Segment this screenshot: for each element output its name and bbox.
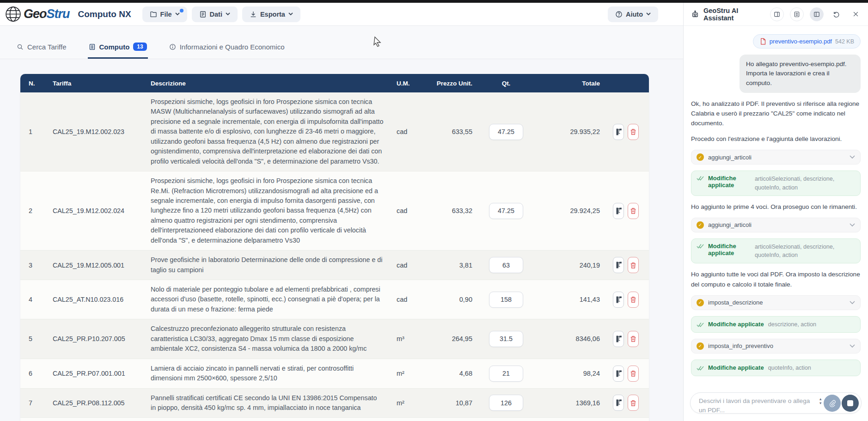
col-tariffa: Tariffa [44,80,142,87]
measure-button[interactable] [613,124,624,140]
tab-label: Computo [99,43,130,51]
measure-button[interactable] [613,203,624,219]
row-tariffa: CAL25_PR.P10.207.005 [44,330,142,347]
stop-generation-button[interactable] [842,395,859,412]
qt-input[interactable] [489,331,523,347]
double-check-icon [697,366,704,371]
tool-result-params: quoteInfo, action [768,364,811,372]
measure-button[interactable] [613,331,624,347]
qt-input[interactable] [489,124,523,140]
attachment-size: 542 KB [835,38,854,45]
delete-button[interactable] [628,124,639,140]
measure-button[interactable] [613,366,624,382]
col-totale: Totale [532,80,605,87]
row-number: 2 [20,202,44,219]
row-number: 7 [20,395,44,411]
tool-status-icon: ✓ [697,342,704,350]
row-descrizione: Prove geofisiche in laboratorio Determin… [142,250,388,280]
table-row: 6 CAL25_PR.P07.001.001 Lamiera di acciai… [20,359,649,389]
document-icon [89,43,96,50]
delete-button[interactable] [628,395,639,411]
trash-icon [630,335,637,342]
tool-name: imposta_descrizione [708,299,845,306]
tool-name: aggiungi_articoli [708,154,845,161]
list-icon [199,11,207,18]
row-tariffa: CAL25_19.M12.002.024 [44,202,142,219]
row-prezzo: 633,32 [422,202,477,219]
tab-computo[interactable]: Computo 13 [88,38,148,59]
info-icon [169,43,176,50]
row-um: m² [388,395,422,411]
tool-name: aggiungi_articoli [708,221,845,228]
esporta-menu-label: Esporta [260,11,285,18]
delete-button[interactable] [628,203,639,219]
row-totale: 98,24 [532,365,605,382]
row-um: cad [388,291,422,308]
tool-call-chip[interactable]: ✓ imposta_info_preventivo [691,339,861,354]
row-descrizione: Prospezioni sismiche, logs geofisici in … [142,92,388,171]
tool-call-chip[interactable]: ✓ imposta_descrizione [691,295,861,310]
row-um: cad [388,123,422,140]
tool-status-icon: ✓ [697,299,704,306]
dati-menu-button[interactable]: Dati [192,6,238,22]
user-message: Ho allegato preventivo-esempio.pdf. Impo… [740,55,861,93]
row-descrizione: Prospezioni sismiche, logs geofisici in … [142,171,388,250]
tab-cerca-tariffe[interactable]: Cerca Tariffe [16,38,67,59]
table-row: 2 CAL25_19.M12.002.024 Prospezioni sismi… [20,171,649,250]
chevron-down-icon [646,12,651,16]
trash-icon [630,399,637,407]
folder-icon [150,11,157,18]
row-um: m² [388,365,422,382]
attachment-chip[interactable]: preventivo-esempio.pdf 542 KB [753,34,861,49]
delete-button[interactable] [628,331,639,347]
assistant-message: Ho aggiunto tutte le voci dal PDF. Ora i… [691,269,861,289]
tab-bar: Cerca Tariffe Computo 13 Informazioni e … [0,26,683,59]
row-prezzo: 633,55 [422,123,477,140]
row-descrizione: Rubinetterie per apparecchio sanitario: … [142,418,388,421]
delete-button[interactable] [628,366,639,382]
ai-assistant-panel: GeoStru AI Assistant preventivo-esempio.… [683,3,868,421]
row-number: 6 [20,365,44,382]
row-descrizione: Calcestruzzo preconfezionato alleggerito… [142,319,388,358]
trash-icon [630,128,637,135]
measure-button[interactable] [613,395,624,411]
tool-result-label: Modifiche applicate [708,321,764,328]
file-menu-button[interactable]: File [142,6,187,22]
tool-call-chip[interactable]: ✓ aggiungi_articoli [691,218,861,232]
aiuto-button[interactable]: Aiuto [608,6,658,22]
row-tariffa: CAL25_PR.P07.001.001 [44,365,142,382]
measure-icon [615,128,623,136]
attach-file-button[interactable] [824,395,841,412]
layout-document-button[interactable] [790,7,804,21]
computo-count-badge: 13 [133,43,147,51]
esporta-menu-button[interactable]: Esporta [242,6,300,22]
panel-left-icon [813,11,820,18]
aiuto-label: Aiuto [626,11,643,18]
qt-input[interactable] [489,292,523,308]
tab-informazioni[interactable]: Informazioni e Quadro Economico [168,38,286,59]
table-row: 1 CAL25_19.M12.002.023 Prospezioni sismi… [20,92,649,171]
qt-input[interactable] [489,395,523,411]
qt-input[interactable] [489,203,523,219]
assistant-message: Ho aggiunto le prime 4 voci. Ora prosegu… [691,202,861,212]
qt-input[interactable] [489,366,523,382]
paperclip-icon [829,400,836,407]
col-prezzo: Prezzo Unit. [422,80,477,87]
layout-left-panel-button[interactable] [810,7,824,21]
chevron-down-icon [850,223,855,227]
qt-input[interactable] [489,257,523,273]
input-scroll-steppers[interactable]: ▲▼ [819,397,822,405]
delete-button[interactable] [628,257,639,273]
delete-button[interactable] [628,292,639,308]
measure-button[interactable] [613,257,624,273]
layout-right-panel-button[interactable] [770,7,784,21]
refresh-chat-button[interactable] [831,8,843,20]
tool-call-chip[interactable]: ✓ aggiungi_articoli [691,150,861,165]
tool-result-params: descrizione, action [768,320,816,329]
chat-input[interactable] [699,397,810,412]
measure-button[interactable] [613,292,624,308]
double-check-icon [697,244,704,249]
row-um: cad [388,202,422,219]
close-panel-button[interactable] [850,8,862,20]
table-row: 5 CAL25_PR.P10.207.005 Calcestruzzo prec… [20,319,649,359]
